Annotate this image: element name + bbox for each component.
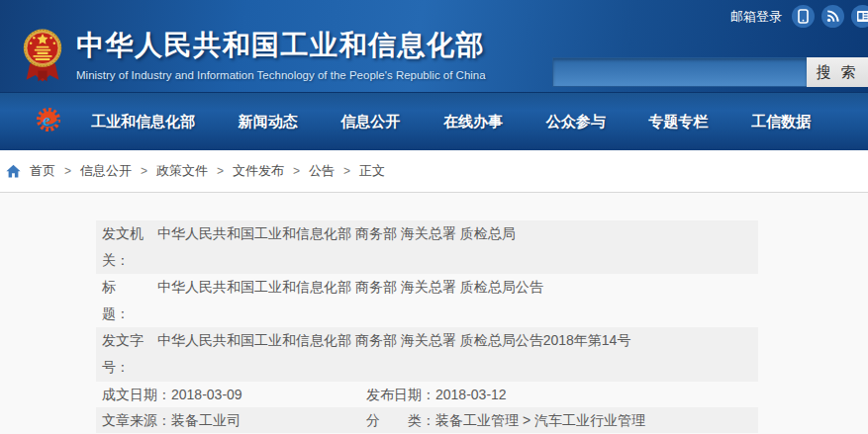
breadcrumb-announcement[interactable]: 公告	[309, 162, 335, 180]
breadcrumb-separator: >	[217, 164, 224, 178]
search-input[interactable]	[552, 57, 807, 87]
breadcrumb-separator: >	[64, 164, 71, 178]
svg-text:e: e	[43, 111, 50, 130]
publish-date-label: 发布日期：	[366, 382, 435, 407]
breadcrumb-separator: >	[343, 164, 350, 178]
nav-item-info-disclosure[interactable]: 信息公开	[340, 113, 400, 131]
breadcrumb: 首页 > 信息公开 > 政策文件 > 文件发布 > 公告 > 正文	[6, 162, 385, 180]
doc-info-row-issuing-org: 发文机 关： 中华人民共和国工业和信息化部 商务部 海关总署 质检总局	[96, 220, 758, 274]
doc-number-value: 中华人民共和国工业和信息化部 商务部 海关总署 质检总局公告2018年第14号	[157, 327, 758, 382]
doc-title-label: 标 题：	[96, 274, 157, 327]
breadcrumb-document-release[interactable]: 文件发布	[233, 162, 284, 180]
site-header: 中华人民共和国工业和信息化部 Ministry of Industry and …	[0, 0, 868, 92]
nav-items: 工业和信息化部 新闻动态 信息公开 在线办事 公众参与 专题专栏 工信数据	[91, 113, 811, 131]
nav-item-special-topics[interactable]: 专题专栏	[648, 113, 708, 131]
doc-number-label: 发文字 号：	[96, 327, 157, 382]
miit-gear-logo-icon: e	[36, 105, 63, 138]
nav-item-online-services[interactable]: 在线办事	[443, 113, 503, 131]
breadcrumb-home[interactable]: 首页	[30, 162, 55, 180]
written-date-pair: 成文日期： 2018-03-09	[96, 382, 366, 407]
doc-info-row-source-category: 文章来源： 装备工业司 分 类： 装备工业管理 > 汽车工业行业管理	[96, 407, 758, 433]
issuing-org-value: 中华人民共和国工业和信息化部 商务部 海关总署 质检总局	[157, 220, 758, 274]
written-date-label: 成文日期：	[102, 382, 171, 407]
doc-info-table: 发文机 关： 中华人民共和国工业和信息化部 商务部 海关总署 质检总局 标 题：…	[96, 220, 758, 433]
mail-login-link[interactable]: 邮箱登录	[730, 8, 782, 26]
breadcrumb-policy-documents[interactable]: 政策文件	[156, 162, 208, 180]
doc-info-row-doc-number: 发文字 号： 中华人民共和国工业和信息化部 商务部 海关总署 质检总局公告201…	[96, 327, 758, 382]
rss-icon[interactable]	[821, 5, 844, 28]
issuing-org-label: 发文机 关：	[96, 220, 157, 274]
newspaper-icon[interactable]	[851, 5, 868, 28]
source-value: 装备工业司	[171, 407, 241, 433]
main-content: 发文机 关： 中华人民共和国工业和信息化部 商务部 海关总署 质检总局 标 题：…	[0, 220, 868, 434]
nav-item-public-participation[interactable]: 公众参与	[546, 113, 606, 131]
doc-title-value: 中华人民共和国工业和信息化部 商务部 海关总署 质检总局公告	[157, 274, 758, 327]
national-emblem-icon	[22, 24, 63, 91]
home-icon[interactable]	[6, 164, 21, 178]
publish-date-value: 2018-03-12	[435, 382, 507, 407]
nav-item-industry-data[interactable]: 工信数据	[751, 113, 811, 131]
doc-info-row-title: 标 题： 中华人民共和国工业和信息化部 商务部 海关总署 质检总局公告	[96, 274, 758, 327]
breadcrumb-info-disclosure[interactable]: 信息公开	[80, 162, 132, 180]
mobile-phone-icon[interactable]	[792, 5, 815, 28]
source-label: 文章来源：	[102, 407, 171, 433]
search-button[interactable]: 搜 索	[807, 57, 868, 87]
publish-date-pair: 发布日期： 2018-03-12	[366, 382, 507, 407]
breadcrumb-current-page: 正文	[359, 162, 385, 180]
source-pair: 文章来源： 装备工业司	[96, 407, 366, 433]
category-pair: 分 类： 装备工业管理 > 汽车工业行业管理	[366, 407, 645, 433]
search-bar: 搜 索	[552, 57, 868, 87]
breadcrumb-band: 首页 > 信息公开 > 政策文件 > 文件发布 > 公告 > 正文	[0, 150, 868, 193]
site-title-block: 中华人民共和国工业和信息化部 Ministry of Industry and …	[76, 27, 486, 81]
written-date-value: 2018-03-09	[171, 382, 242, 407]
category-value: 装备工业管理 > 汽车工业行业管理	[435, 407, 645, 433]
nav-item-news[interactable]: 新闻动态	[239, 113, 298, 131]
header-topbar: 邮箱登录	[730, 5, 868, 28]
nav-item-miit[interactable]: 工业和信息化部	[91, 113, 195, 131]
site-title: 中华人民共和国工业和信息化部	[76, 27, 486, 64]
category-label: 分 类：	[366, 407, 435, 433]
main-nav: e 工业和信息化部 新闻动态 信息公开 在线办事 公众参与 专题专栏 工信数据	[0, 92, 868, 150]
breadcrumb-separator: >	[293, 164, 300, 178]
doc-info-row-dates: 成文日期： 2018-03-09 发布日期： 2018-03-12	[96, 382, 758, 407]
site-subtitle: Ministry of Industry and Information Tec…	[76, 69, 486, 81]
breadcrumb-separator: >	[141, 164, 147, 178]
